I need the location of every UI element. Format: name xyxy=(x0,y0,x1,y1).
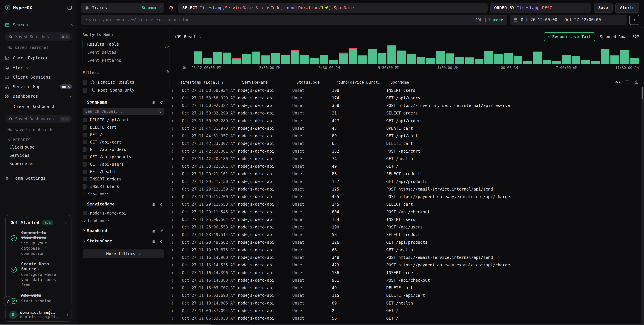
order-by-input[interactable]: ORDER BY Timestamp DESC xyxy=(490,3,591,13)
horizontal-scrollbar[interactable] xyxy=(0,324,644,325)
facet-header[interactable]: ServiceName xyxy=(82,202,164,206)
facet-value-row[interactable]: DELETE cart xyxy=(82,124,164,131)
chart-bar[interactable] xyxy=(388,45,396,64)
checkbox[interactable] xyxy=(82,133,87,137)
row-expand-icon[interactable]: ❯ xyxy=(172,232,180,237)
pin-icon[interactable] xyxy=(160,229,164,233)
preset-item[interactable]: Services xyxy=(0,151,77,159)
table-row[interactable]: ❯ Oct 27 11:50:02.322 AM nodejs-demo-api… xyxy=(170,102,641,109)
vertical-scrollbar[interactable] xyxy=(641,87,644,324)
table-row[interactable]: ❯ Oct 27 11:29:21.150 AM nodejs-demo-api… xyxy=(170,178,641,185)
facet-search-input[interactable] xyxy=(85,109,158,114)
chart-bar[interactable] xyxy=(572,56,580,64)
chart-bar[interactable] xyxy=(630,58,639,64)
get-started-item[interactable]: Add Data Start sending xyxy=(10,293,66,304)
row-expand-icon[interactable]: ❯ xyxy=(172,88,180,93)
facet-value-row[interactable]: GET /api/cart xyxy=(82,139,164,146)
pin-icon[interactable] xyxy=(160,202,164,206)
row-expand-icon[interactable]: ❯ xyxy=(172,156,180,161)
table-row[interactable]: ❯ Oct 27 11:09:37.094 AM nodejs-demo-api… xyxy=(170,307,641,314)
chart-bar[interactable] xyxy=(533,52,542,64)
wrap-text-icon[interactable] xyxy=(625,80,630,84)
chart-bar[interactable] xyxy=(223,53,232,64)
table-row[interactable]: ❯ Oct 27 11:33:22.161 AM nodejs-demo-api… xyxy=(170,163,641,170)
alerts-button[interactable]: Alerts xyxy=(615,3,639,13)
table-row[interactable]: ❯ Oct 27 11:29:11.700 AM nodejs-demo-api… xyxy=(170,193,641,201)
table-row[interactable]: ❯ Oct 27 11:53:58.920 AM nodejs-demo-api… xyxy=(170,94,641,102)
chart-bar[interactable] xyxy=(358,55,367,64)
sidebar-item-chart-explorer[interactable]: Chart Explorer xyxy=(0,53,77,63)
chart-bar[interactable] xyxy=(620,50,629,64)
resume-live-tail-button[interactable]: ⚡ Resume Live Tail xyxy=(544,32,595,41)
facet-header[interactable]: SpanKind xyxy=(82,228,164,233)
chart-bar[interactable] xyxy=(582,60,590,64)
table-row[interactable]: ❯ Oct 27 11:44:31.970 AM nodejs-demo-api… xyxy=(170,125,641,132)
column-header-duration[interactable]: ⠿ round(divide(Durat… xyxy=(332,80,386,84)
facet-value-row[interactable]: GET /api/users xyxy=(82,161,164,168)
drag-handle-icon[interactable]: ⠿ xyxy=(386,80,389,84)
table-row[interactable]: ❯ Oct 27 11:16:14.383 AM nodejs-demo-api… xyxy=(170,276,641,284)
chart-bar[interactable] xyxy=(271,53,280,64)
pin-icon[interactable] xyxy=(160,100,164,104)
sql-select-input[interactable]: SELECT Timestamp,ServiceName,StatusCode,… xyxy=(178,3,488,13)
chart-bar[interactable] xyxy=(591,61,600,64)
create-dashboard-button[interactable]: + Create Dashboard xyxy=(0,101,77,112)
bar-chart-icon[interactable] xyxy=(152,100,156,104)
chart-bar[interactable] xyxy=(456,57,464,64)
column-header-spanname[interactable]: ⠿ SpanName xyxy=(386,80,644,84)
load-more-link[interactable]: Load more xyxy=(82,217,164,223)
row-expand-icon[interactable]: ❯ xyxy=(172,255,180,260)
chart-bar[interactable] xyxy=(213,52,222,64)
row-expand-icon[interactable]: ❯ xyxy=(172,263,180,267)
row-expand-icon[interactable]: ❯ xyxy=(172,217,180,222)
user-profile-card[interactable]: D dominic.tran@c… dominic.tran@cli… xyxy=(5,308,72,322)
chart-bar[interactable] xyxy=(310,58,319,64)
get-started-item[interactable]: Connect to ClickHouse Set up your databa… xyxy=(10,230,66,256)
bar-chart-icon[interactable] xyxy=(152,229,156,233)
table-row[interactable]: ❯ Oct 27 11:23:49.514 AM nodejs-demo-api… xyxy=(170,231,641,238)
chart-bar[interactable] xyxy=(252,52,260,64)
table-row[interactable]: ❯ Oct 27 11:15:03.698 AM nodejs-demo-api… xyxy=(170,292,641,299)
checkbox[interactable] xyxy=(82,211,87,215)
download-icon[interactable] xyxy=(634,80,639,84)
row-expand-icon[interactable]: ❯ xyxy=(172,210,180,214)
row-expand-icon[interactable]: ❯ xyxy=(172,248,180,252)
row-expand-icon[interactable]: ❯ xyxy=(172,111,180,116)
saved-searches-input[interactable]: Saved Searches ⌘ K xyxy=(5,32,72,41)
analysis-mode-option[interactable]: Event Deltas xyxy=(82,48,164,56)
code-view-icon[interactable]: </> xyxy=(615,80,620,84)
table-row[interactable]: ❯ Oct 27 11:50:02.299 AM nodejs-demo-api… xyxy=(170,109,641,117)
chart-bar[interactable] xyxy=(426,58,435,64)
chart-bar[interactable] xyxy=(203,58,212,64)
drag-handle-icon[interactable]: ⠿ xyxy=(292,80,295,84)
row-expand-icon[interactable]: ❯ xyxy=(172,96,180,100)
show-more-link[interactable]: Show more xyxy=(82,190,164,196)
save-button[interactable]: Save xyxy=(594,3,613,13)
table-row[interactable]: ❯ Oct 27 11:25:06.553 AM nodejs-demo-api… xyxy=(170,223,641,231)
row-expand-icon[interactable]: ❯ xyxy=(172,141,180,146)
chart-bar[interactable] xyxy=(368,49,377,64)
row-expand-icon[interactable]: ❯ xyxy=(172,278,180,283)
chart-bar[interactable] xyxy=(523,61,532,64)
checkbox[interactable] xyxy=(82,80,87,85)
checkbox[interactable] xyxy=(82,147,87,152)
facet-value-row[interactable]: DELETE /api/cart xyxy=(82,116,164,124)
chart-bar[interactable] xyxy=(281,55,290,64)
checkbox[interactable] xyxy=(82,162,87,167)
chart-bar[interactable] xyxy=(262,55,270,64)
table-row[interactable]: ❯ Oct 27 11:23:49.502 AM nodejs-demo-api… xyxy=(170,238,641,246)
row-expand-icon[interactable]: ❯ xyxy=(172,285,180,290)
row-expand-icon[interactable]: ❯ xyxy=(172,270,180,275)
chart-bar[interactable] xyxy=(378,53,386,64)
row-expand-icon[interactable]: ❯ xyxy=(172,149,180,154)
help-button[interactable]: ? xyxy=(3,296,13,306)
sidebar-item-service-map[interactable]: Service Map BETA xyxy=(0,82,77,92)
facet-value-row[interactable]: GET / xyxy=(82,131,164,139)
row-expand-icon[interactable]: ❯ xyxy=(172,119,180,123)
table-row[interactable]: ❯ Oct 27 11:16:14.535 AM nodejs-demo-api… xyxy=(170,261,641,269)
checkbox[interactable] xyxy=(82,177,87,181)
horizontal-scrollbar-thumb[interactable] xyxy=(0,324,212,325)
chart-bar[interactable] xyxy=(514,56,522,64)
event-search-input[interactable] xyxy=(85,18,472,22)
table-row[interactable]: ❯ Oct 27 11:29:11.545 AM nodejs-demo-api… xyxy=(170,208,641,216)
